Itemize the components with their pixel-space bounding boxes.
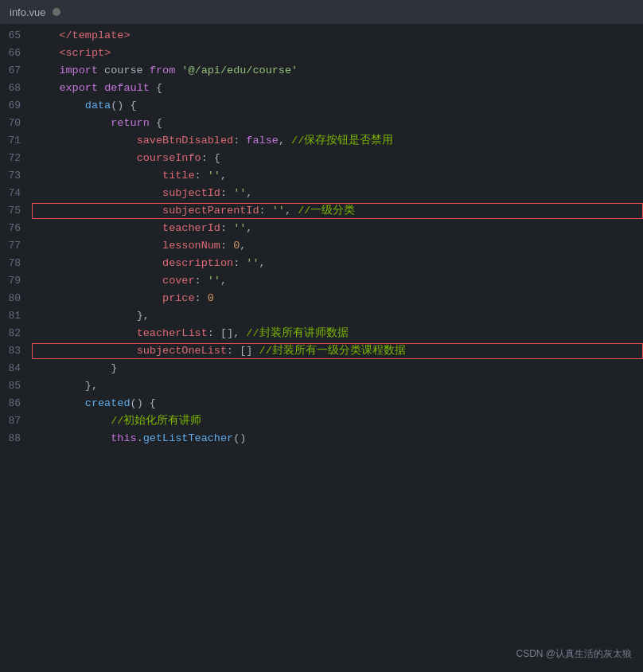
line-content: this.getListTeacher() <box>33 430 643 447</box>
line-number: 78 <box>0 255 33 272</box>
line-number: 80 <box>0 290 33 307</box>
code-line: 83 subjectOneList: [] //封装所有一级分类课程数据 <box>0 342 643 360</box>
line-number: 74 <box>0 185 33 202</box>
code-line: 70 return { <box>0 115 643 132</box>
title-bar: info.vue <box>0 0 643 24</box>
code-line: 82 teacherList: [], //封装所有讲师数据 <box>0 325 643 342</box>
line-number: 82 <box>0 325 33 342</box>
line-content: data() { <box>33 97 643 115</box>
code-line: 66 <script> <box>0 45 643 62</box>
code-line: 81 }, <box>0 307 643 325</box>
line-number: 86 <box>0 395 33 412</box>
code-line: 77 lessonNum: 0, <box>0 237 643 255</box>
line-number: 70 <box>0 115 33 132</box>
line-content: subjectId: '', <box>33 185 643 202</box>
code-line: 71 saveBtnDisabled: false, //保存按钮是否禁用 <box>0 132 643 150</box>
line-number: 88 <box>0 430 33 447</box>
line-number: 71 <box>0 132 33 150</box>
line-number: 67 <box>0 62 33 80</box>
line-number: 69 <box>0 97 33 115</box>
line-number: 77 <box>0 237 33 255</box>
line-content: } <box>33 360 643 377</box>
code-line: 85 }, <box>0 377 643 395</box>
code-line: 84 } <box>0 360 643 377</box>
line-number: 75 <box>0 202 33 220</box>
line-number: 87 <box>0 412 33 430</box>
line-number: 81 <box>0 307 33 325</box>
code-line: 79 cover: '', <box>0 272 643 290</box>
code-line: 78 description: '', <box>0 255 643 272</box>
line-number: 68 <box>0 80 33 97</box>
code-line: 72 courseInfo: { <box>0 150 643 167</box>
line-number: 72 <box>0 150 33 167</box>
line-content: courseInfo: { <box>33 150 643 167</box>
code-line: 69 data() { <box>0 97 643 115</box>
line-number: 79 <box>0 272 33 290</box>
modified-dot <box>53 8 60 16</box>
line-content: subjectOneList: [] //封装所有一级分类课程数据 <box>33 342 643 360</box>
code-line: 87 //初始化所有讲师 <box>0 412 643 430</box>
line-content: description: '', <box>33 255 643 272</box>
line-number: 65 <box>0 27 33 45</box>
code-line: 73 title: '', <box>0 167 643 185</box>
code-line: 75 subjectParentId: '', //一级分类 <box>0 202 643 220</box>
code-line: 76 teacherId: '', <box>0 220 643 237</box>
code-line: 68 export default { <box>0 80 643 97</box>
line-content: teacherId: '', <box>33 220 643 237</box>
code-line: 67 import course from '@/api/edu/course' <box>0 62 643 80</box>
line-number: 85 <box>0 377 33 395</box>
line-content: return { <box>33 115 643 132</box>
line-content: }, <box>33 377 643 395</box>
line-content: </template> <box>33 27 643 45</box>
line-number: 66 <box>0 45 33 62</box>
line-content: export default { <box>33 80 643 97</box>
line-content: <script> <box>33 45 643 62</box>
line-content: created() { <box>33 395 643 412</box>
code-line: 88 this.getListTeacher() <box>0 430 643 447</box>
line-number: 73 <box>0 167 33 185</box>
line-content: import course from '@/api/edu/course' <box>33 62 643 80</box>
line-content: price: 0 <box>33 290 643 307</box>
line-content: cover: '', <box>33 272 643 290</box>
code-area: 65 </template>66 <script>67 import cours… <box>0 24 643 451</box>
watermark: CSDN @认真生活的灰太狼 <box>516 647 632 661</box>
line-content: }, <box>33 307 643 325</box>
line-content: //初始化所有讲师 <box>33 412 643 430</box>
code-line: 86 created() { <box>0 395 643 412</box>
code-line: 74 subjectId: '', <box>0 185 643 202</box>
line-number: 84 <box>0 360 33 377</box>
line-content: saveBtnDisabled: false, //保存按钮是否禁用 <box>33 132 643 150</box>
line-number: 83 <box>0 342 33 360</box>
code-line: 80 price: 0 <box>0 290 643 307</box>
filename: info.vue <box>10 6 46 18</box>
line-content: subjectParentId: '', //一级分类 <box>33 202 643 220</box>
line-number: 76 <box>0 220 33 237</box>
code-line: 65 </template> <box>0 27 643 45</box>
line-content: title: '', <box>33 167 643 185</box>
line-content: teacherList: [], //封装所有讲师数据 <box>33 325 643 342</box>
line-content: lessonNum: 0, <box>33 237 643 255</box>
